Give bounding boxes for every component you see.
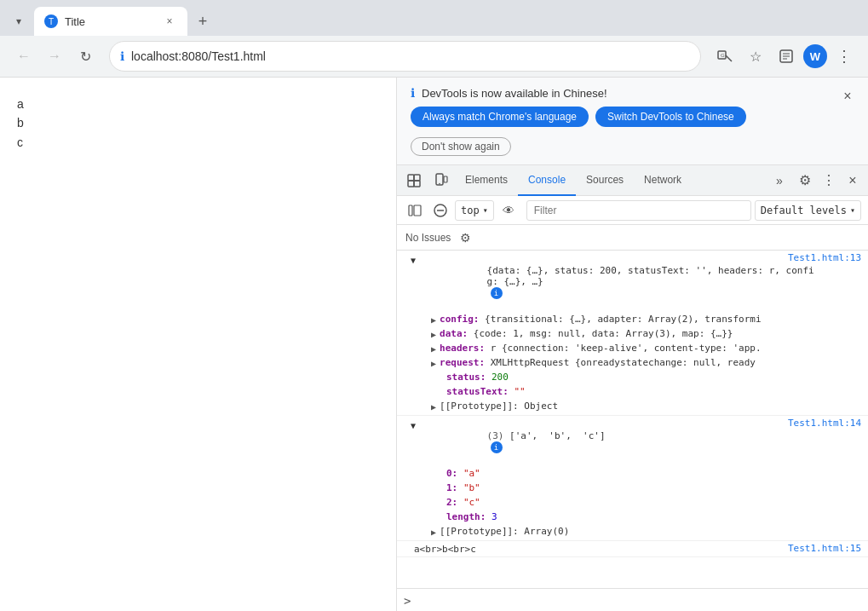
inspect-icon [406,173,422,188]
devtools-more-button[interactable]: ⋮ [817,169,841,193]
browser-chrome: ▾ T Title × + ← → ↻ ℹ localhost:8080/Tes… [0,0,868,78]
list-item: ▶ request: XMLHttpRequest {onreadystatec… [431,355,861,370]
notification-row3: Don't show again [411,132,854,156]
page-line-b: b [17,113,379,132]
reader-icon [779,49,794,64]
profile-button[interactable]: W [803,44,827,68]
default-levels-selector[interactable]: Default levels ▾ [755,200,861,221]
notification-info-icon: ℹ [411,86,415,100]
address-text: localhost:8080/Test1.html [131,49,690,63]
new-tab-button[interactable]: + [191,9,215,33]
svg-text:G: G [721,53,725,58]
entry2-children: 0: "a" 1: "b" 2: "c" length: 3 [411,466,861,539]
child-expand-arrow[interactable]: ▶ [431,527,436,537]
prompt-arrow-icon: > [404,594,411,608]
child-config: config: {transitional: {…}, adapter: Arr… [440,314,762,325]
list-item: ▶ [[Prototype]]: Array(0) [431,524,861,539]
console-toolbar: top ▾ 👁 Default levels ▾ [397,196,868,225]
tab-console[interactable]: Console [518,165,576,196]
list-item: ▶ config: {transitional: {…}, adapter: A… [431,312,861,326]
clear-console-button[interactable] [429,199,451,222]
main-area: a b c ℹ DevTools is now available in Chi… [0,78,868,611]
svg-rect-10 [409,205,412,216]
expand-arrow[interactable]: ▼ [411,256,416,265]
tab-favicon: T [44,14,58,28]
child-prototype: [[Prototype]]: Object [440,401,558,412]
expand-arrow[interactable]: ▼ [411,421,416,430]
console-filter-input[interactable] [526,200,751,221]
dont-show-button[interactable]: Don't show again [411,137,511,156]
nav-actions: G ☆ W ⋮ [711,43,858,70]
tab-sources[interactable]: Sources [576,165,634,196]
console-top-context-selector[interactable]: top ▾ [455,200,494,221]
console-sidebar-icon [408,205,422,216]
address-bar[interactable]: ℹ localhost:8080/Test1.html [109,41,701,72]
forward-button[interactable]: → [41,43,68,70]
list-item: 2: "c" [431,495,861,510]
child-expand-arrow[interactable]: ▶ [431,330,436,339]
console-prompt[interactable]: > [397,588,868,611]
devtools-settings-button[interactable]: ⚙ [793,169,817,193]
switch-chinese-button[interactable]: Switch DevTools to Chinese [595,107,746,127]
device-mode-icon [434,173,448,188]
svg-rect-11 [414,205,421,216]
reader-button[interactable] [773,43,800,70]
reload-button[interactable]: ↻ [72,43,99,70]
more-tabs-button[interactable]: » [767,168,792,193]
list-item: ▶ headers: r {connection: 'keep-alive', … [431,341,861,355]
devtools-close-button[interactable]: × [841,169,865,193]
child-status: status: 200 [446,372,509,383]
svg-rect-5 [408,181,414,187]
child-expand-arrow[interactable]: ▶ [431,344,436,354]
issues-bar: No Issues ⚙ [397,225,868,251]
child-length: length: 3 [446,511,497,522]
page-content: a b c [0,78,397,611]
tab-dropdown-button[interactable]: ▾ [7,9,31,33]
notification-row1: ℹ DevTools is now available in Chinese! [411,86,854,100]
bookmark-button[interactable]: ☆ [742,43,769,70]
child-expand-arrow[interactable]: ▶ [431,315,436,325]
notification-row2: Always match Chrome's language Switch De… [411,107,854,127]
child-headers: headers: r {connection: 'keep-alive', co… [440,343,762,354]
translate-button[interactable]: G [711,43,739,70]
chrome-menu-button[interactable]: ⋮ [831,43,858,70]
console-source-link[interactable]: Test1.html:14 [788,418,861,429]
entry2-main-text: (3) ['a', 'b', 'c'] i [419,419,606,464]
child-statustext: statusText: "" [446,386,526,397]
console-source-link[interactable]: Test1.html:13 [788,252,861,263]
notification-close-button[interactable]: × [837,86,858,107]
match-language-button[interactable]: Always match Chrome's language [411,107,589,127]
child-request: request: XMLHttpRequest {onreadystatecha… [440,357,756,368]
list-item: length: 3 [431,510,861,524]
console-entry: Test1.html:13 ▼ {data: {…}, status: 200,… [397,251,868,416]
browser-tab[interactable]: T Title × [34,7,187,36]
list-item: statusText: "" [431,384,861,399]
child-expand-arrow[interactable]: ▶ [431,402,436,412]
svg-point-9 [439,182,440,184]
entry1-main-text: {data: {…}, status: 200, statusText: '',… [419,254,814,310]
tab-close-button[interactable]: × [162,14,177,29]
tab-bar: ▾ T Title × + [0,0,868,36]
notification-text: DevTools is now available in Chinese! [422,87,607,100]
tab-elements[interactable]: Elements [455,165,518,196]
console-sidebar-button[interactable] [404,199,426,222]
child-2: 2: "c" [446,497,480,508]
page-line-a: a [17,95,379,113]
page-line-c: c [17,133,379,152]
entry2-info-badge[interactable]: i [491,441,503,453]
devtools-notification: ℹ DevTools is now available in Chinese! … [397,78,868,165]
child-prototype-array: [[Prototype]]: Array(0) [440,526,569,537]
entry3-text: a<br>b<br>c [411,544,476,555]
live-expressions-button[interactable]: 👁 [497,199,520,222]
translate-icon: G [716,48,733,65]
console-source-link[interactable]: Test1.html:15 [788,543,861,554]
inspect-element-button[interactable] [401,168,427,193]
issues-settings-button[interactable]: ⚙ [456,228,474,247]
devtools-tab-bar: Elements Console Sources Network » ⚙ ⋮ × [397,165,868,196]
device-mode-button[interactable] [428,168,454,193]
child-expand-arrow[interactable]: ▶ [431,359,436,368]
entry1-children: ▶ config: {transitional: {…}, adapter: A… [411,312,861,413]
back-button[interactable]: ← [10,43,37,70]
tab-network[interactable]: Network [634,165,692,196]
entry1-info-badge[interactable]: i [491,287,503,299]
